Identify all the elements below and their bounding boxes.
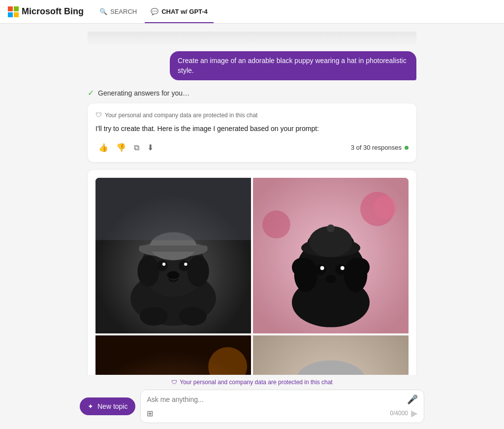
scroll-indicator [88, 32, 416, 46]
svg-point-37 [315, 264, 326, 275]
image-cell-2[interactable] [253, 178, 409, 333]
generating-text: Generating answers for you… [98, 89, 189, 97]
user-bubble: Create an image of an adorable black pup… [170, 51, 416, 80]
new-topic-label: New topic [97, 402, 127, 410]
image-cell-1[interactable] [95, 178, 251, 333]
header: Microsoft Bing 🔍 SEARCH 💬 CHAT w/ GPT-4 [0, 0, 504, 24]
user-message-text: Create an image of an adorable black pup… [178, 57, 407, 74]
svg-point-9 [187, 256, 209, 287]
svg-rect-2 [8, 12, 13, 17]
bing-logo-icon [8, 6, 19, 17]
privacy-icon: 🛡 [171, 379, 177, 386]
svg-point-19 [179, 307, 207, 326]
svg-point-18 [140, 307, 168, 326]
svg-point-24 [374, 196, 397, 219]
response-actions: 👍 👎 ⧉ ⬇ 3 of 30 responses [95, 141, 409, 154]
chat-input[interactable] [147, 396, 403, 403]
privacy-text: Your personal and company data are prote… [180, 379, 332, 386]
green-status-dot [405, 146, 409, 150]
char-count-area: 0/4000 ▶ [390, 408, 418, 419]
ai-response-text: I'll try to create that. Here is the ima… [95, 124, 409, 134]
image-grid [95, 178, 409, 375]
svg-rect-12 [139, 246, 207, 252]
puppy-image-2 [253, 178, 409, 333]
image-grid-card: "An adorable black puppy wearing a hat i… [88, 170, 416, 375]
protection-notice: 🛡 Your personal and company data are pro… [95, 111, 409, 119]
thumbs-down-button[interactable]: 👎 [113, 141, 129, 154]
chat-icon: 💬 [151, 8, 158, 15]
tab-chat[interactable]: 💬 CHAT w/ GPT-4 [145, 0, 214, 23]
generating-status: ✓ Generating answers for you… [88, 88, 416, 98]
response-count: 3 of 30 responses [351, 144, 409, 151]
thumbs-up-button[interactable]: 👍 [95, 141, 111, 154]
puppy-image-1 [95, 178, 251, 333]
svg-point-17 [167, 271, 179, 279]
new-topic-button[interactable]: ✦ New topic [80, 397, 135, 415]
shield-icon: 🛡 [95, 111, 102, 119]
search-icon: 🔍 [99, 8, 107, 15]
tab-chat-label: CHAT w/ GPT-4 [161, 8, 208, 15]
input-row: ✦ New topic 🎤 ⊞ 0/4000 ▶ [80, 390, 424, 423]
bing-logo: Microsoft Bing [8, 6, 84, 17]
svg-point-36 [327, 225, 335, 232]
input-bottom-row: ⊞ 0/4000 ▶ [147, 408, 418, 419]
new-topic-icon: ✦ [88, 402, 94, 410]
response-count-text: 3 of 30 responses [351, 144, 402, 151]
svg-point-15 [162, 263, 165, 265]
svg-point-25 [262, 211, 290, 239]
image-upload-icon[interactable]: ⊞ [147, 409, 153, 418]
puppy-image-3 [95, 335, 251, 375]
svg-point-13 [157, 261, 168, 271]
tab-search[interactable]: 🔍 SEARCH [94, 0, 143, 23]
ai-text-content: I'll try to create that. Here is the ima… [95, 125, 319, 132]
copy-button[interactable]: ⧉ [131, 141, 142, 154]
input-line: 🎤 [147, 394, 418, 405]
logo-text: Microsoft Bing [22, 6, 84, 17]
svg-point-33 [344, 258, 367, 293]
download-button[interactable]: ⬇ [144, 141, 157, 154]
puppy-image-4 [253, 335, 409, 375]
svg-point-16 [184, 263, 187, 265]
bottom-inner: 🛡 Your personal and company data are pro… [80, 379, 424, 423]
checkmark-icon: ✓ [88, 88, 94, 98]
svg-point-8 [137, 256, 159, 287]
svg-rect-0 [8, 6, 13, 11]
svg-rect-20 [95, 178, 251, 240]
send-button[interactable]: ▶ [411, 408, 418, 419]
svg-point-14 [179, 261, 189, 271]
input-box: 🎤 ⊞ 0/4000 ▶ [140, 390, 424, 423]
ai-response-card: 🛡 Your personal and company data are pro… [88, 103, 416, 162]
tab-search-label: SEARCH [110, 8, 137, 15]
image-cell-3[interactable] [95, 335, 251, 375]
char-count-text: 0/4000 [390, 410, 408, 417]
protection-text: Your personal and company data are prote… [105, 112, 257, 119]
nav-tabs: 🔍 SEARCH 💬 CHAT w/ GPT-4 [94, 0, 214, 23]
svg-point-39 [320, 266, 324, 270]
svg-rect-3 [14, 12, 19, 17]
chat-area: Create an image of an adorable black pup… [0, 24, 504, 375]
svg-point-38 [335, 264, 346, 275]
svg-rect-1 [14, 6, 19, 11]
bottom-bar: 🛡 Your personal and company data are pro… [0, 375, 504, 429]
privacy-line: 🛡 Your personal and company data are pro… [80, 379, 424, 386]
action-buttons: 👍 👎 ⧉ ⬇ [95, 141, 157, 154]
svg-point-32 [294, 258, 317, 293]
image-cell-4[interactable] [253, 335, 409, 375]
user-message-row: Create an image of an adorable black pup… [88, 51, 416, 80]
mic-icon[interactable]: 🎤 [407, 394, 418, 405]
svg-point-41 [325, 275, 336, 283]
svg-point-40 [341, 266, 345, 270]
